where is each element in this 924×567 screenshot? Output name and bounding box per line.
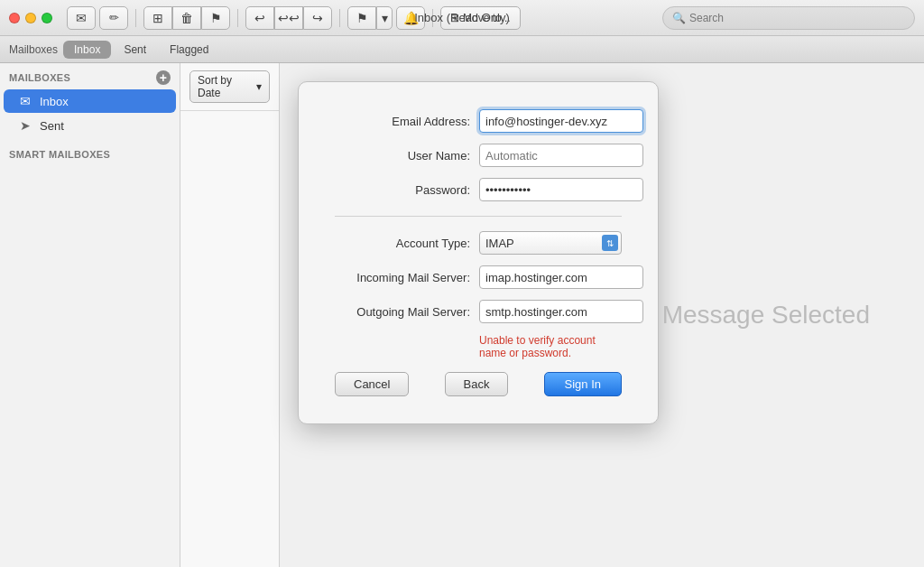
- reply-group: ↩ ↩↩ ↪: [245, 6, 332, 30]
- close-button[interactable]: [9, 13, 20, 23]
- sidebar: Mailboxes + ✉ Inbox ➤ Sent Smart Mailbox…: [0, 63, 180, 567]
- sidebar-inbox-label: Inbox: [40, 95, 69, 108]
- delete-button[interactable]: 🗑: [172, 6, 201, 30]
- sidebar-item-inbox[interactable]: ✉ Inbox: [4, 89, 176, 113]
- sent-icon: ➤: [18, 118, 32, 133]
- no-message-text: Message Selected: [662, 301, 870, 330]
- username-label: User Name:: [335, 149, 479, 163]
- password-label: Password:: [335, 183, 479, 197]
- sidebar-item-sent[interactable]: ➤ Sent: [4, 114, 176, 137]
- search-bar[interactable]: 🔍: [662, 6, 915, 30]
- maximize-button[interactable]: [42, 13, 52, 23]
- username-row: User Name:: [335, 144, 622, 167]
- compose-button[interactable]: ✉: [67, 6, 96, 30]
- account-type-select[interactable]: IMAP POP: [479, 231, 622, 255]
- new-message-button[interactable]: ✏: [99, 6, 128, 30]
- reply-button[interactable]: ↩: [245, 6, 274, 30]
- account-type-wrapper: IMAP POP ⇅: [479, 231, 622, 255]
- toolbar-separator: [135, 9, 136, 27]
- error-message: Unable to verify account name or passwor…: [479, 334, 622, 359]
- title-bar: ✉ ✏ ⊞ 🗑 ⚑ ↩ ↩↩ ↪ ⚑ ▾ 🔔 ⊞ Move to... 🔍 In…: [0, 0, 924, 36]
- password-input[interactable]: [479, 178, 643, 201]
- reply-all-button[interactable]: ↩↩: [274, 6, 303, 30]
- traffic-lights: [9, 13, 52, 23]
- junk-button[interactable]: ⚑: [201, 6, 230, 30]
- sidebar-sent-label: Sent: [40, 119, 64, 133]
- email-label: Email Address:: [335, 115, 479, 128]
- signin-button[interactable]: Sign In: [544, 372, 622, 396]
- outgoing-server-input[interactable]: [479, 300, 643, 323]
- minimize-button[interactable]: [25, 13, 36, 23]
- content-area: Email Address: User Name: Password: Acco…: [280, 63, 924, 567]
- account-dialog: Email Address: User Name: Password: Acco…: [298, 81, 659, 424]
- mailboxes-section-label: Mailboxes: [9, 43, 58, 56]
- archive-button[interactable]: ⊞: [143, 6, 172, 30]
- add-mailbox-button[interactable]: +: [156, 70, 171, 85]
- message-list-panel: Sort by Date ▾: [180, 63, 280, 567]
- toolbar-separator3: [339, 9, 340, 27]
- email-row: Email Address:: [335, 109, 622, 133]
- sort-bar: Sort by Date ▾: [180, 63, 279, 111]
- incoming-server-row: Incoming Mail Server:: [335, 265, 622, 289]
- tab-flagged[interactable]: Flagged: [159, 41, 219, 59]
- tab-bar: Mailboxes Inbox Sent Flagged: [0, 36, 924, 63]
- search-icon: 🔍: [672, 12, 686, 24]
- sort-label: Sort by Date: [198, 74, 253, 99]
- form-divider: [335, 216, 622, 217]
- inbox-icon: ✉: [18, 94, 32, 108]
- back-button[interactable]: Back: [445, 372, 509, 396]
- sidebar-mailboxes-header: Mailboxes +: [0, 63, 180, 88]
- password-row: Password:: [335, 178, 622, 201]
- forward-button[interactable]: ↪: [303, 6, 332, 30]
- no-message-label: Message Selected: [662, 301, 870, 329]
- search-input[interactable]: [689, 12, 905, 24]
- outgoing-server-label: Outgoing Mail Server:: [335, 305, 479, 319]
- toolbar-separator2: [237, 9, 238, 27]
- tab-sent[interactable]: Sent: [113, 41, 157, 59]
- account-type-label: Account Type:: [335, 237, 479, 250]
- flag-group: ⚑ ▾: [347, 6, 393, 30]
- smart-mailboxes-header: Smart Mailboxes: [0, 138, 180, 163]
- username-input[interactable]: [479, 144, 643, 167]
- incoming-server-label: Incoming Mail Server:: [335, 271, 479, 284]
- sort-button[interactable]: Sort by Date ▾: [189, 70, 270, 103]
- outgoing-server-row: Outgoing Mail Server:: [335, 300, 622, 323]
- sidebar-section-label: Mailboxes: [9, 72, 70, 83]
- main-layout: Mailboxes + ✉ Inbox ➤ Sent Smart Mailbox…: [0, 63, 924, 567]
- dialog-buttons: Cancel Back Sign In: [335, 372, 622, 396]
- sort-chevron-icon: ▾: [256, 80, 262, 93]
- email-input[interactable]: [479, 109, 643, 133]
- flag-button[interactable]: ⚑: [347, 6, 376, 30]
- window-title: Inbox (Read Only): [414, 11, 510, 24]
- account-type-row: Account Type: IMAP POP ⇅: [335, 231, 622, 255]
- incoming-server-input[interactable]: [479, 265, 643, 289]
- tab-inbox[interactable]: Inbox: [63, 41, 111, 59]
- delete-group: ⊞ 🗑 ⚑: [143, 6, 230, 30]
- cancel-button[interactable]: Cancel: [335, 372, 409, 396]
- flag-dropdown[interactable]: ▾: [376, 6, 393, 30]
